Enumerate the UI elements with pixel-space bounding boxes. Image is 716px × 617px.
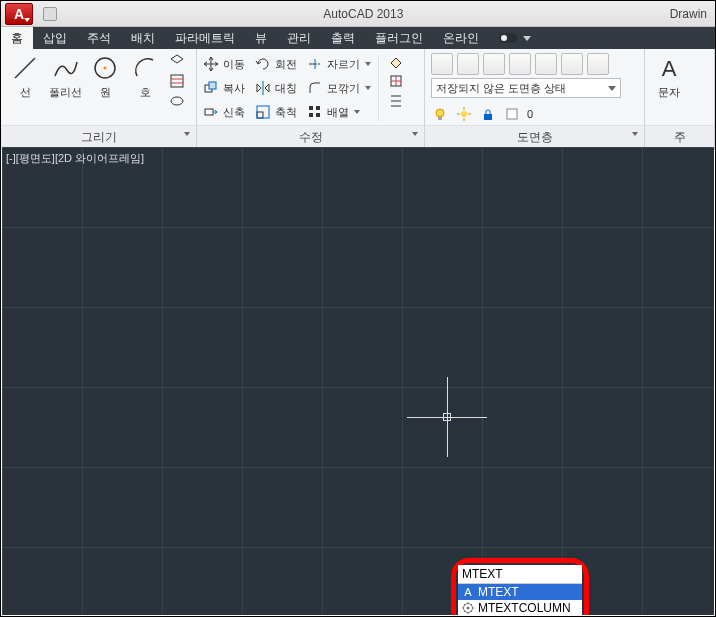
switch-icon[interactable] — [499, 33, 517, 43]
scale-label: 축척 — [275, 105, 297, 120]
command-autocomplete: MTEXT AMTEXTMTEXTCOLUMNMTEXTEDMTEXTFIXED… — [458, 565, 582, 615]
tab-온라인[interactable]: 온라인 — [433, 27, 489, 50]
svg-rect-8 — [257, 112, 263, 118]
tab-삽입[interactable]: 삽입 — [33, 27, 77, 50]
line-label: 선 — [20, 85, 31, 100]
color-swatch-icon — [503, 105, 521, 123]
hatch-icon[interactable] — [169, 73, 185, 89]
grid — [2, 147, 714, 615]
trim-icon — [307, 56, 323, 72]
mirror-button[interactable]: 대칭 — [255, 77, 297, 99]
polyline-button[interactable]: 폴리선 — [47, 53, 83, 100]
tab-출력[interactable]: 출력 — [321, 27, 365, 50]
tab-배치[interactable]: 배치 — [121, 27, 165, 50]
autocomplete-item-label: MTEXT — [478, 585, 519, 599]
copy-icon — [203, 80, 219, 96]
line-button[interactable]: 선 — [7, 53, 43, 100]
scale-icon — [255, 104, 271, 120]
polyline-icon — [50, 53, 80, 83]
chevron-down-icon — [412, 132, 418, 136]
copy-button[interactable]: 복사 — [203, 77, 245, 99]
drawing-viewport[interactable]: [-][평면도][2D 와이어프레임] MTEXT AMTEXTMTEXTCOL… — [2, 147, 714, 615]
erase-icon[interactable] — [388, 53, 404, 69]
panel-modify-title[interactable]: 수정 — [197, 125, 424, 149]
panel-layers-title[interactable]: 도면층 — [425, 125, 644, 149]
tab-관리[interactable]: 관리 — [277, 27, 321, 50]
layer-match-icon[interactable] — [587, 53, 609, 75]
document-name: Drawin — [670, 7, 707, 21]
autocomplete-item[interactable]: AMTEXT — [458, 584, 582, 600]
svg-rect-13 — [316, 113, 320, 117]
svg-text:A: A — [662, 56, 677, 81]
arc-icon — [130, 53, 160, 83]
rotate-label: 회전 — [275, 57, 297, 72]
svg-rect-16 — [438, 117, 442, 120]
array-button[interactable]: 배열 — [307, 101, 371, 123]
autocomplete-item-label: MTEXTCOLUMN — [478, 601, 571, 615]
text-label: 문자 — [658, 85, 680, 100]
layer-state-label: 저장되지 않은 도면층 상태 — [436, 81, 566, 96]
layer-state-dropdown[interactable]: 저장되지 않은 도면층 상태 — [431, 78, 621, 98]
quick-access-toolbar — [43, 7, 57, 21]
layer-freeze-icon[interactable] — [509, 53, 531, 75]
title-bar: A AutoCAD 2013 Drawin — [1, 1, 715, 27]
separator — [378, 55, 379, 121]
qat-icon[interactable] — [43, 7, 57, 21]
tab-주석[interactable]: 주석 — [77, 27, 121, 50]
arc-label: 호 — [140, 85, 151, 100]
panel-annotate-title[interactable]: 주 — [645, 125, 714, 149]
circle-button[interactable]: 원 — [87, 53, 123, 100]
layer-properties-icon[interactable] — [431, 53, 453, 75]
panel-title-label: 그리기 — [81, 130, 117, 144]
panel-layers: 저장되지 않은 도면층 상태 0 도면층 — [425, 49, 645, 149]
tab-뷰[interactable]: 뷰 — [245, 27, 277, 50]
move-button[interactable]: 이동 — [203, 53, 245, 75]
polyline-label: 폴리선 — [49, 85, 82, 100]
app-menu-button[interactable]: A — [5, 3, 33, 25]
lightbulb-icon — [431, 105, 449, 123]
array-label: 배열 — [327, 105, 349, 120]
stretch-button[interactable]: 신축 — [203, 101, 245, 123]
text-button[interactable]: A 문자 — [651, 53, 687, 100]
rectangle-icon[interactable] — [169, 53, 185, 69]
modify-mini-tools — [388, 53, 404, 109]
panel-draw: 선 폴리선 원 호 그리기 — [1, 49, 197, 149]
panel-draw-title[interactable]: 그리기 — [1, 125, 196, 149]
layer-current-row[interactable]: 0 — [431, 105, 638, 123]
layer-off-icon[interactable] — [561, 53, 583, 75]
chevron-down-icon — [608, 86, 616, 91]
rotate-button[interactable]: 회전 — [255, 53, 297, 75]
layer-lock-icon[interactable] — [535, 53, 557, 75]
command-input[interactable]: MTEXT — [458, 565, 582, 584]
chevron-down-icon — [365, 86, 371, 90]
text-icon: A — [654, 53, 684, 83]
fillet-button[interactable]: 모깎기 — [307, 77, 371, 99]
dropdown-icon[interactable] — [523, 36, 531, 41]
panel-modify: 이동 회전 자르기 복사 대칭 모깎기 신축 축척 배열 수정 — [197, 49, 425, 149]
layer-isolate-icon[interactable] — [483, 53, 505, 75]
tab-파라메트릭[interactable]: 파라메트릭 — [165, 27, 245, 50]
mirror-icon — [255, 80, 271, 96]
layer-states-icon[interactable] — [457, 53, 479, 75]
scale-button[interactable]: 축척 — [255, 101, 297, 123]
svg-point-15 — [436, 109, 444, 117]
arc-button[interactable]: 호 — [127, 53, 163, 100]
tab-홈[interactable]: 홈 — [1, 27, 33, 50]
svg-rect-12 — [309, 113, 313, 117]
explode-icon[interactable] — [388, 73, 404, 89]
circle-icon — [90, 53, 120, 83]
chevron-down-icon — [354, 110, 360, 114]
copy-label: 복사 — [223, 81, 245, 96]
ellipse-icon[interactable] — [169, 93, 185, 109]
trim-button[interactable]: 자르기 — [307, 53, 371, 75]
offset-icon[interactable] — [388, 93, 404, 109]
autocomplete-item[interactable]: MTEXTCOLUMN — [458, 600, 582, 615]
move-label: 이동 — [223, 57, 245, 72]
tab-플러그인[interactable]: 플러그인 — [365, 27, 433, 50]
stretch-icon — [203, 104, 219, 120]
svg-rect-11 — [316, 106, 320, 110]
viewport-label[interactable]: [-][평면도][2D 와이어프레임] — [6, 151, 144, 166]
text-a-icon: A — [461, 586, 474, 599]
panel-title-label: 도면층 — [517, 130, 553, 144]
ribbon-tab-bar: 홈삽입주석배치파라메트릭뷰관리출력플러그인온라인 — [1, 27, 715, 49]
